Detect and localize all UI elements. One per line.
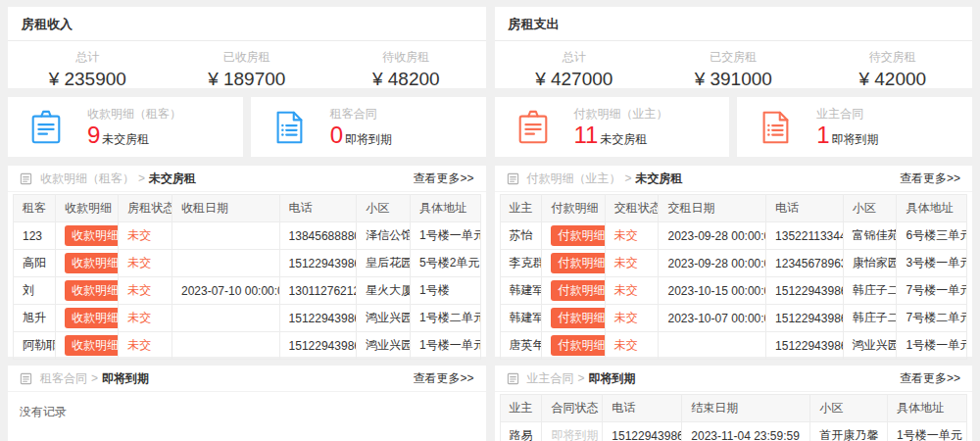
detail-button[interactable]: 付款明细 xyxy=(551,225,605,245)
column-header: 交租状态 xyxy=(605,195,659,222)
card-collection-details[interactable]: 收款明细（租客） 9 未交房租 xyxy=(8,97,243,157)
table-cell: 未交 xyxy=(119,305,172,332)
table-cell: 收款明细 xyxy=(55,305,118,332)
table-header-row: 租客收款明细房租状态收租日期电话小区具体地址 xyxy=(14,195,481,222)
stat-value: ¥ 391000 xyxy=(654,69,813,90)
table-cell: 7号楼一单元 xyxy=(897,277,967,305)
card-line: 1 即将到期 xyxy=(816,123,878,148)
column-header: 电话 xyxy=(279,195,357,222)
stat-value: ¥ 189700 xyxy=(168,69,327,90)
income-panel-title: 房租收入 xyxy=(8,7,486,41)
table-cell: 收款明细 xyxy=(55,332,118,360)
breadcrumb-separator: > xyxy=(138,172,145,185)
view-more-link[interactable]: 查看更多>> xyxy=(900,370,960,387)
breadcrumb-separator: > xyxy=(625,172,632,185)
table-cell: 付款明细 xyxy=(542,250,605,277)
table-cell: 1号楼一单元 xyxy=(887,422,966,441)
card-label: 即将到期 xyxy=(345,131,392,148)
table-cell: 13011276212 xyxy=(279,277,357,305)
card-text: 业主合同 1 即将到期 xyxy=(816,106,878,148)
income-cards: 收款明细（租客） 9 未交房租 租客合同 0 即将到期 xyxy=(8,97,486,157)
table-cell: 2023-10-07 00:00:00 xyxy=(659,305,766,332)
table-cell: 1号楼一单元 xyxy=(897,332,967,360)
table-cell: 未交 xyxy=(119,250,172,277)
table-cell: 鸿业兴园 xyxy=(357,332,411,360)
expense-column: 房租支出 总计 ¥ 427000 已交房租 ¥ 391000 待交房租 ¥ 42… xyxy=(495,7,973,441)
table-cell: 未交 xyxy=(119,222,172,250)
table-cell: 1号楼一单元 xyxy=(410,332,480,360)
card-count: 11 xyxy=(574,123,599,147)
detail-button[interactable]: 付款明细 xyxy=(551,253,605,272)
column-header: 业主 xyxy=(500,195,542,222)
stat-value: ¥ 48200 xyxy=(326,69,486,90)
column-header: 房租状态 xyxy=(119,195,172,222)
stat-label: 总计 xyxy=(495,49,655,66)
clipboard-icon xyxy=(27,109,65,146)
column-header: 付款明细 xyxy=(542,195,605,222)
card-title: 业主合同 xyxy=(816,106,878,122)
card-title: 收款明细（租客） xyxy=(87,106,181,122)
table-cell: 未交 xyxy=(605,305,659,332)
table-cell: 15122943986 xyxy=(603,422,682,441)
table-cell: 付款明细 xyxy=(542,222,605,250)
column-header: 具体地址 xyxy=(897,195,967,222)
card-count: 1 xyxy=(816,123,829,147)
view-more-link[interactable]: 查看更多>> xyxy=(413,370,473,387)
table-cell: 3号楼一单元 xyxy=(897,250,967,277)
table-cell: 1号楼二单元 xyxy=(410,305,480,332)
breadcrumb-separator: > xyxy=(578,371,585,385)
stat-label: 总计 xyxy=(8,49,168,66)
stat-pending: 待收房租 ¥ 48200 xyxy=(326,41,486,90)
card-label: 未交房租 xyxy=(600,131,647,148)
card-title: 付款明细（业主） xyxy=(574,106,668,122)
detail-button[interactable]: 付款明细 xyxy=(551,280,605,300)
view-more-link[interactable]: 查看更多>> xyxy=(413,171,473,187)
column-header: 收租日期 xyxy=(172,195,279,222)
stat-paid: 已交房租 ¥ 391000 xyxy=(654,41,813,90)
detail-button[interactable]: 收款明细 xyxy=(65,308,119,327)
expense-cards: 付款明细（业主） 11 未交房租 业主合同 1 即将到期 xyxy=(495,97,973,157)
card-count: 0 xyxy=(330,123,343,147)
table-cell: 收款明细 xyxy=(55,222,118,250)
table-cell: 即将到期 xyxy=(542,422,603,441)
card-tenant-contracts[interactable]: 租客合同 0 即将到期 xyxy=(251,97,486,157)
table-cell: 泽信公馆 xyxy=(357,222,411,250)
table-row: 李克群付款明细未交2023-09-28 00:00:0012345678963康… xyxy=(500,250,967,277)
card-owner-contracts[interactable]: 业主合同 1 即将到期 xyxy=(737,97,972,157)
dashboard-page: 房租收入 总计 ¥ 235900 已收房租 ¥ 189700 待收房租 ¥ 48… xyxy=(0,0,980,441)
column-header: 小区 xyxy=(843,195,897,222)
table-cell: 15122943986 xyxy=(766,305,844,332)
list-icon xyxy=(507,372,519,385)
view-more-link[interactable]: 查看更多>> xyxy=(900,171,960,187)
card-text: 付款明细（业主） 11 未交房租 xyxy=(574,106,668,148)
detail-button[interactable]: 付款明细 xyxy=(551,308,605,327)
table-cell: 未交 xyxy=(605,222,659,250)
table-cell: 皇后花园 xyxy=(357,250,411,277)
table-cell: 首开康乃馨 xyxy=(810,422,888,441)
detail-button[interactable]: 收款明细 xyxy=(65,225,119,245)
detail-button[interactable]: 收款明细 xyxy=(65,280,119,300)
stat-pending: 待交房租 ¥ 42000 xyxy=(813,41,973,90)
owner-contract-header: 业主合同 > 即将到期 查看更多>> xyxy=(495,366,973,392)
income-stats: 总计 ¥ 235900 已收房租 ¥ 189700 待收房租 ¥ 48200 xyxy=(8,41,486,90)
card-label: 即将到期 xyxy=(832,131,879,148)
table-row: 唐英年付款明细未交15122943986鸿业兴园1号楼一单元 xyxy=(500,332,967,360)
column-header: 电话 xyxy=(766,195,844,222)
detail-button[interactable]: 收款明细 xyxy=(65,335,119,355)
card-text: 收款明细（租客） 9 未交房租 xyxy=(87,106,181,148)
card-text: 租客合同 0 即将到期 xyxy=(330,106,392,148)
card-payment-details[interactable]: 付款明细（业主） 11 未交房租 xyxy=(495,97,730,157)
detail-button[interactable]: 付款明细 xyxy=(551,335,605,355)
column-header: 电话 xyxy=(603,395,682,422)
table-cell: 6号楼三单元 xyxy=(897,222,967,250)
stat-value: ¥ 427000 xyxy=(495,69,655,90)
column-header: 交租日期 xyxy=(659,195,766,222)
column-header: 租客 xyxy=(14,195,56,222)
breadcrumb-current: 即将到期 xyxy=(589,370,636,387)
table-cell xyxy=(172,222,279,250)
detail-button[interactable]: 收款明细 xyxy=(65,253,119,272)
table-header-row: 业主合同状态电话结束日期小区具体地址 xyxy=(500,395,967,422)
tenant-contract-panel: 租客合同 > 即将到期 查看更多>> 没有记录 xyxy=(8,366,486,441)
table-cell: 阿勒耶 xyxy=(14,332,56,360)
stat-total: 总计 ¥ 427000 xyxy=(495,41,655,90)
